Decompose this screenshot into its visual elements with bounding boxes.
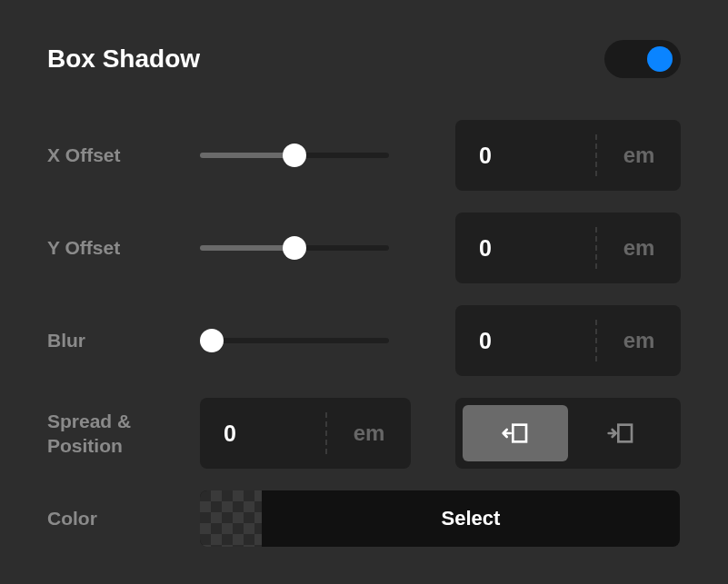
y-offset-unit: em	[595, 227, 681, 269]
y-offset-slider-wrap	[200, 245, 411, 251]
color-label: Color	[47, 506, 200, 530]
svg-rect-1	[618, 425, 632, 442]
y-offset-label: Y Offset	[47, 235, 200, 260]
x-offset-value-box[interactable]: 0 em	[455, 120, 681, 191]
box-shadow-toggle[interactable]	[604, 40, 681, 78]
panel-header: Box Shadow	[47, 40, 681, 78]
blur-label: Blur	[47, 328, 200, 352]
position-outside-button[interactable]	[463, 405, 568, 461]
blur-value: 0	[455, 328, 595, 354]
blur-row: Blur 0 em	[47, 305, 681, 376]
x-offset-unit: em	[595, 134, 681, 176]
position-inside-button[interactable]	[568, 405, 673, 461]
color-swatch-transparent	[200, 490, 262, 547]
y-offset-slider[interactable]	[200, 245, 389, 251]
blur-value-box[interactable]: 0 em	[455, 305, 681, 376]
blur-slider-wrap	[200, 338, 411, 343]
toggle-knob	[647, 46, 673, 72]
box-shadow-panel: Box Shadow X Offset 0 em Y Offset 0 em B…	[0, 0, 728, 584]
color-row: Color Select	[47, 490, 681, 547]
x-offset-slider[interactable]	[200, 153, 389, 158]
outset-icon	[501, 419, 530, 448]
blur-slider[interactable]	[200, 338, 389, 343]
spread-value-box[interactable]: 0 em	[200, 398, 411, 469]
x-offset-row: X Offset 0 em	[47, 120, 681, 191]
color-select-button[interactable]: Select	[200, 490, 680, 547]
color-select-label: Select	[262, 490, 680, 547]
inset-icon	[606, 419, 635, 448]
position-toggle-group	[455, 398, 681, 469]
x-offset-value: 0	[455, 143, 595, 169]
x-offset-label: X Offset	[47, 143, 200, 167]
spread-position-label: Spread & Position	[47, 409, 200, 459]
spread-value: 0	[200, 421, 325, 447]
y-offset-value: 0	[455, 235, 595, 262]
svg-rect-0	[513, 425, 526, 442]
y-offset-row: Y Offset 0 em	[47, 213, 681, 283]
spread-position-row: Spread & Position 0 em	[47, 398, 681, 469]
panel-title: Box Shadow	[47, 45, 200, 74]
y-offset-value-box[interactable]: 0 em	[455, 213, 681, 283]
blur-unit: em	[595, 320, 681, 361]
spread-unit: em	[325, 412, 411, 454]
x-offset-slider-wrap	[200, 153, 411, 158]
